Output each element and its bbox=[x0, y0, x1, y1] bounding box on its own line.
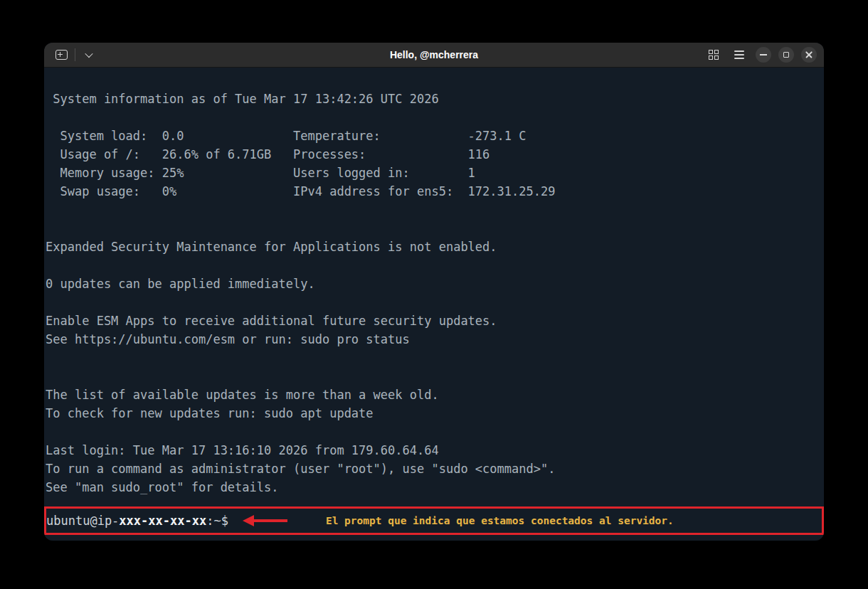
chevron-down-icon bbox=[85, 50, 92, 58]
tab-dropdown-button[interactable] bbox=[80, 46, 98, 64]
new-tab-icon bbox=[55, 50, 68, 60]
motd-text: System information as of Tue Mar 17 13:4… bbox=[44, 68, 824, 497]
prompt-suffix: :~$ bbox=[206, 514, 228, 528]
hamburger-menu-icon bbox=[734, 51, 744, 59]
close-icon bbox=[805, 51, 813, 58]
desktop: { "window": { "titlebar": { "title": "He… bbox=[0, 0, 868, 589]
prompt-prefix: ubuntu@ip- bbox=[46, 514, 119, 528]
prompt-masked-host: xxx-xx-xx-xx bbox=[119, 514, 206, 528]
minimize-icon bbox=[760, 54, 767, 55]
terminal-screen[interactable]: System information as of Tue Mar 17 13:4… bbox=[44, 68, 824, 541]
titlebar-separator bbox=[75, 48, 75, 61]
annotation-text: El prompt que indica que estamos conecta… bbox=[326, 515, 674, 526]
titlebar[interactable]: Hello, @mcherrera bbox=[44, 43, 824, 68]
maximize-icon bbox=[783, 52, 789, 58]
prompt-highlight-box: ubuntu@ip-xxx-xx-xx-xx:~$ El prompt que … bbox=[44, 506, 824, 535]
new-tab-button[interactable] bbox=[52, 46, 70, 64]
close-button[interactable] bbox=[801, 47, 817, 63]
left-arrow-icon bbox=[243, 515, 287, 526]
tab-overview-button[interactable] bbox=[704, 46, 723, 64]
grid-icon bbox=[709, 50, 719, 60]
shell-prompt[interactable]: ubuntu@ip-xxx-xx-xx-xx:~$ bbox=[46, 511, 228, 530]
maximize-button[interactable] bbox=[778, 47, 794, 63]
terminal-window: Hello, @mcherrera Syst bbox=[44, 43, 824, 541]
menu-button[interactable] bbox=[730, 46, 748, 64]
minimize-button[interactable] bbox=[756, 47, 771, 63]
